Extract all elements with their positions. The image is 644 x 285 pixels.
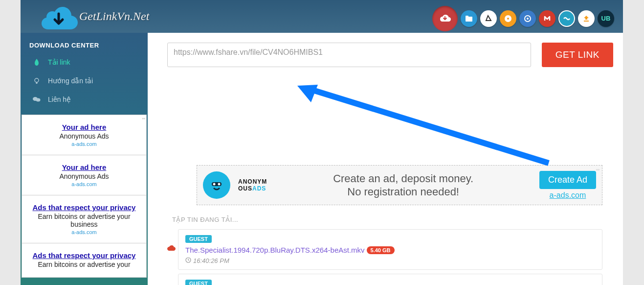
section-title: TẬP TIN ĐANG TẢI... [172, 216, 613, 223]
folder-icon[interactable] [461, 10, 477, 27]
ad-desc: Earn bitcoins or advertise your business [27, 213, 141, 228]
clock-icon [185, 257, 191, 264]
sidebar-item-label: Hướng dẫn tải [48, 77, 93, 85]
ad-desc: Anonymous Ads [27, 132, 141, 140]
svg-line-10 [308, 89, 549, 163]
svg-rect-0 [466, 17, 472, 22]
svg-point-3 [507, 18, 509, 20]
file-card: GUEST [178, 274, 602, 285]
logo-text: GetLinkVn.Net [79, 10, 149, 23]
file-link[interactable]: The.Specialist.1994.720p.BluRay.DTS.x264… [185, 246, 365, 254]
wechat-icon [32, 95, 41, 104]
sidebar-ad-2[interactable]: Your ad here Anonymous Ads a-ads.com [22, 155, 147, 195]
ad-title[interactable]: Ads that respect your privacy [33, 251, 136, 260]
sidebar-item-huong-dan[interactable]: Hướng dẫn tải [21, 71, 148, 90]
anonymads-icon [203, 171, 230, 199]
ad-title[interactable]: Ads that respect your privacy [33, 203, 136, 212]
main-ad-banner[interactable]: ▫▫ ANONYM OUSADS Create an ad, deposit m… [197, 165, 602, 205]
guest-badge: GUEST [185, 235, 212, 243]
ad-src[interactable]: a-ads.com [539, 191, 596, 200]
file-time: 16:40:26 PM [185, 257, 595, 264]
up-icon[interactable] [578, 10, 595, 27]
ad-headline: Create an ad, deposit money. No registra… [267, 172, 539, 199]
logo[interactable]: GetLinkVn.Net [35, 0, 149, 35]
svg-point-13 [218, 183, 221, 186]
ad-tag-icon: ▫▫ [142, 116, 145, 121]
create-ad-button[interactable]: Create Ad [539, 171, 596, 189]
file-size-badge: 5.40 GB [367, 246, 395, 254]
ub-icon[interactable]: UB [598, 10, 614, 27]
sidebar-ad-1[interactable]: ▫▫ Your ad here Anonymous Ads a-ads.com [22, 115, 147, 155]
main-content: GET LINK ▫▫ ANONYM OUSADS Create an ad, … [148, 33, 623, 285]
svg-point-9 [36, 98, 41, 102]
svg-rect-7 [36, 82, 38, 84]
ad-title[interactable]: Your ad here [62, 163, 107, 171]
url-input[interactable] [167, 43, 531, 67]
sidebar-ad-3[interactable]: Ads that respect your privacy Earn bitco… [22, 195, 147, 243]
ad-tag-icon: ▫▫ [596, 167, 600, 172]
sidebar-title: DOWNLOAD CENTER [21, 33, 148, 53]
annotation-arrow-icon [294, 82, 563, 170]
target-icon[interactable] [519, 10, 536, 27]
sidebar: DOWNLOAD CENTER Tải link Hướng dẫn tải L… [21, 33, 148, 285]
ad-title[interactable]: Your ad here [62, 123, 107, 131]
flame-icon [32, 58, 41, 67]
get-link-button[interactable]: GET LINK [542, 43, 613, 67]
guest-badge: GUEST [185, 280, 212, 285]
sidebar-item-label: Liên hệ [48, 95, 71, 103]
svg-rect-1 [466, 16, 468, 17]
mega-icon[interactable] [539, 10, 555, 27]
sidebar-item-tai-link[interactable]: Tải link [21, 53, 148, 71]
sidebar-item-label: Tải link [48, 58, 70, 66]
svg-point-6 [35, 78, 39, 82]
bulb-icon [32, 76, 41, 85]
disc-icon[interactable] [500, 10, 516, 27]
header-download-icon[interactable] [432, 6, 458, 31]
wave-icon[interactable] [558, 10, 575, 27]
header: GetLinkVn.Net [21, 0, 623, 33]
sidebar-ad-4[interactable]: Ads that respect your privacy Earn bitco… [22, 243, 147, 278]
ad-desc: Anonymous Ads [27, 172, 141, 180]
ad-brand: ANONYM OUSADS [238, 178, 267, 192]
ad-desc: Earn bitcoins or advertise your [27, 261, 141, 268]
cloud-download-icon [35, 1, 82, 35]
ad-src: a-ads.com [27, 181, 141, 187]
svg-point-5 [527, 18, 529, 20]
sidebar-item-lien-he[interactable]: Liên hệ [21, 90, 148, 109]
cloud-icon [166, 244, 177, 254]
ad-src: a-ads.com [27, 229, 141, 235]
svg-point-12 [213, 183, 216, 186]
drive-icon[interactable] [480, 10, 497, 27]
header-icons: UB [432, 2, 623, 31]
ad-src: a-ads.com [27, 141, 141, 147]
file-card: GUEST The.Specialist.1994.720p.BluRay.DT… [178, 229, 602, 270]
